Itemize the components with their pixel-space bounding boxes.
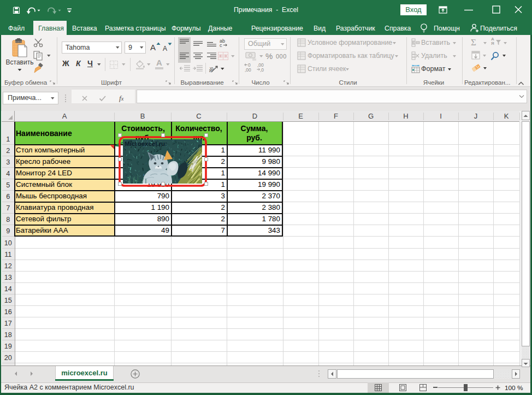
svg-text:,00: ,00 (245, 67, 251, 73)
svg-text:,0: ,0 (260, 67, 264, 73)
svg-text:c: c (220, 43, 222, 48)
